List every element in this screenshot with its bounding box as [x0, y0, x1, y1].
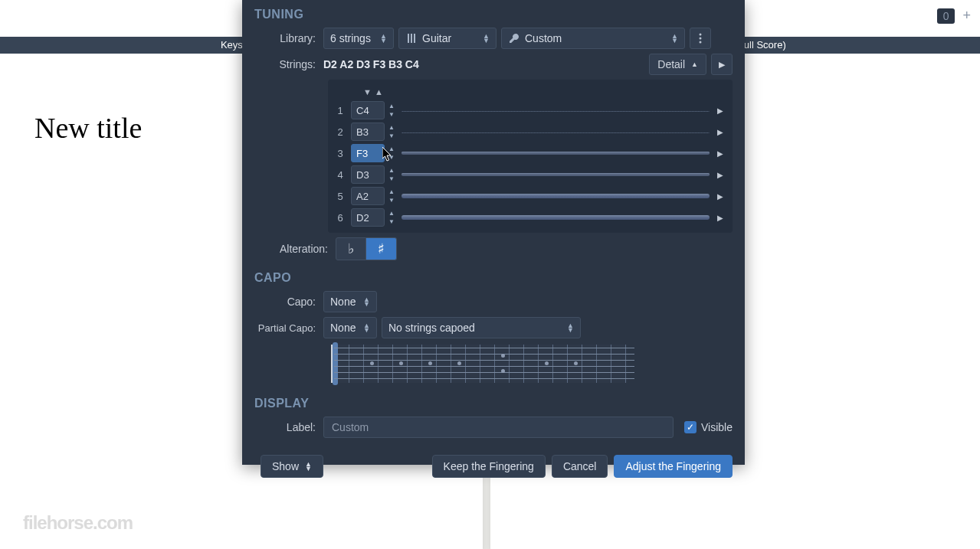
step-down-icon[interactable]: ▼	[386, 153, 397, 162]
note-stepper[interactable]: ▲▼	[386, 102, 397, 119]
step-up-icon[interactable]: ▲	[386, 123, 397, 132]
alteration-label: Alteration:	[254, 243, 328, 255]
play-string-button[interactable]: ▶	[717, 128, 728, 136]
step-down-icon[interactable]: ▼	[386, 196, 397, 204]
string-thickness-track	[402, 215, 710, 220]
svg-rect-2	[414, 34, 415, 43]
string-number: 6	[333, 212, 348, 224]
more-vertical-icon	[699, 33, 702, 44]
step-up-icon[interactable]: ▲	[386, 145, 397, 153]
tuning-preset-select[interactable]: Custom ▲▼	[501, 28, 685, 49]
step-down-icon[interactable]: ▼	[386, 110, 397, 119]
strings-count-select[interactable]: 6 strings ▲▼	[323, 28, 394, 49]
string-thickness-track	[402, 152, 710, 155]
flat-button[interactable]: ♭	[336, 237, 366, 260]
note-stepper[interactable]: ▲▼	[386, 123, 397, 140]
play-all-button[interactable]: ▶	[711, 54, 733, 75]
partial-capo-strings-select[interactable]: No strings capoed ▲▼	[382, 317, 581, 338]
chevron-updown-icon: ▲▼	[483, 34, 490, 43]
check-icon: ✓	[687, 422, 694, 433]
capo-value: None	[330, 296, 356, 308]
instrument-select[interactable]: Guitar ▲▼	[398, 28, 497, 49]
svg-point-4	[700, 38, 702, 40]
play-string-button[interactable]: ▶	[717, 171, 728, 179]
label-input[interactable]: Custom	[323, 417, 674, 438]
tuning-heading: TUNING	[254, 8, 733, 21]
step-down-icon[interactable]: ▼	[386, 217, 397, 226]
tuning-preset-value: Custom	[525, 32, 562, 44]
all-down-button[interactable]: ▼	[363, 87, 372, 96]
chevron-updown-icon: ▲▼	[363, 323, 370, 332]
display-heading: DISPLAY	[254, 397, 733, 410]
play-icon: ▶	[719, 60, 725, 70]
play-string-button[interactable]: ▶	[717, 192, 728, 201]
string-list: ▼ ▲ 1C4▲▼▶2B3▲▼▶3F3▲▼▶4D3▲▼▶5A2▲▼▶6D2▲▼▶	[328, 80, 733, 233]
sharp-button[interactable]: ♯	[366, 237, 397, 260]
string-note-input[interactable]: C4	[351, 101, 385, 119]
partial-capo-select[interactable]: None ▲▼	[323, 317, 377, 338]
fretboard-diagram[interactable]	[331, 345, 627, 383]
note-stepper[interactable]: ▲▼	[386, 188, 397, 204]
wrench-icon	[508, 32, 520, 44]
string-note-input[interactable]: B3	[351, 123, 385, 141]
tuning-dialog: TUNING Library: 6 strings ▲▼ Guitar ▲▼ C…	[242, 0, 745, 465]
string-note-input[interactable]: D2	[351, 208, 385, 227]
string-row: 4D3▲▼▶	[333, 164, 728, 185]
step-up-icon[interactable]: ▲	[386, 166, 397, 175]
visible-checkbox[interactable]: ✓	[684, 421, 696, 433]
string-row: 6D2▲▼▶	[333, 207, 728, 228]
string-note-input[interactable]: D3	[351, 165, 385, 184]
all-up-button[interactable]: ▲	[375, 87, 383, 96]
svg-point-5	[700, 41, 702, 44]
guitar-icon	[405, 32, 418, 44]
string-row: 3F3▲▼▶	[333, 142, 728, 164]
step-down-icon[interactable]: ▼	[386, 132, 397, 140]
instrument-value: Guitar	[422, 32, 451, 44]
note-stepper[interactable]: ▲▼	[386, 209, 397, 226]
partial-capo-label: Partial Capo:	[254, 322, 316, 334]
cancel-button[interactable]: Cancel	[552, 455, 608, 478]
note-stepper[interactable]: ▲▼	[386, 166, 397, 183]
string-row: 2B3▲▼▶	[333, 121, 728, 142]
capo-select[interactable]: None ▲▼	[323, 291, 377, 312]
more-menu-button[interactable]	[690, 28, 711, 49]
play-string-button[interactable]: ▶	[717, 106, 728, 115]
step-down-icon[interactable]: ▼	[386, 175, 397, 183]
chevron-updown-icon: ▲▼	[363, 297, 370, 306]
play-string-button[interactable]: ▶	[717, 214, 728, 222]
strings-label: Strings:	[254, 58, 316, 70]
string-row: 5A2▲▼▶	[333, 185, 728, 207]
chevron-updown-icon: ▲▼	[567, 323, 574, 332]
chevron-up-icon: ▲	[691, 60, 698, 68]
step-up-icon[interactable]: ▲	[386, 209, 397, 217]
string-number: 1	[333, 105, 348, 116]
keep-fingering-button[interactable]: Keep the Fingering	[432, 455, 546, 478]
string-note-input[interactable]: F3	[351, 144, 385, 162]
adjust-fingering-button[interactable]: Adjust the Fingering	[614, 455, 733, 478]
plus-icon[interactable]: +	[958, 8, 975, 24]
string-note-input[interactable]: A2	[351, 187, 385, 205]
top-right-controls: 0 +	[937, 8, 975, 24]
detail-label: Detail	[657, 58, 685, 70]
show-button[interactable]: Show ▲▼	[261, 455, 323, 478]
detail-toggle[interactable]: Detail ▲	[649, 54, 706, 75]
string-number: 2	[333, 126, 348, 138]
capo-heading: CAPO	[254, 271, 733, 285]
step-up-icon[interactable]: ▲	[386, 188, 397, 196]
string-thickness-track	[402, 132, 710, 133]
string-thickness-track	[402, 173, 710, 176]
svg-rect-0	[408, 34, 409, 43]
step-up-icon[interactable]: ▲	[386, 102, 397, 110]
string-thickness-track	[402, 194, 710, 198]
string-row: 1C4▲▼▶	[333, 100, 728, 121]
string-number: 4	[333, 169, 348, 181]
chevron-updown-icon: ▲▼	[305, 462, 312, 471]
string-number: 3	[333, 148, 348, 159]
strings-count-value: 6 strings	[330, 32, 371, 44]
svg-rect-1	[411, 34, 412, 43]
note-stepper[interactable]: ▲▼	[386, 145, 397, 162]
chevron-updown-icon: ▲▼	[671, 34, 678, 43]
show-label: Show	[272, 460, 299, 472]
play-string-button[interactable]: ▶	[717, 149, 728, 158]
label-value: Custom	[332, 421, 369, 433]
